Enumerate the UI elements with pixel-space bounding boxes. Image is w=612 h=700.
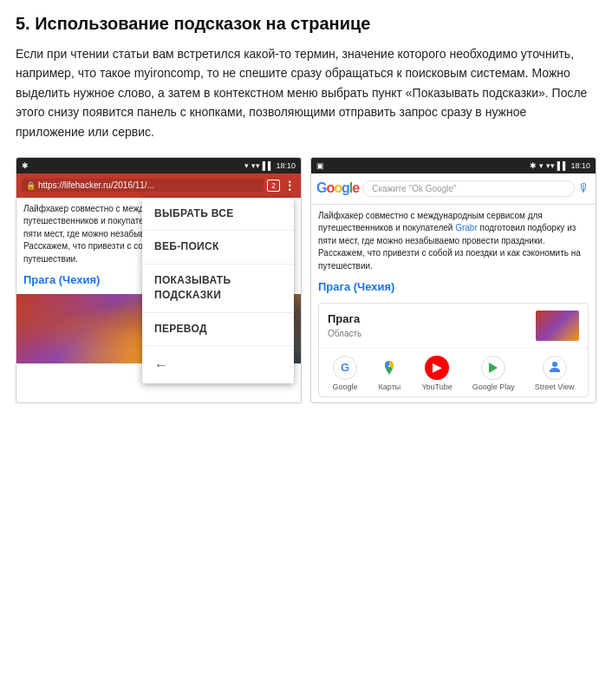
app-icon-street-view[interactable]: Street View xyxy=(535,356,575,393)
right-time-display: 18:10 xyxy=(570,161,590,170)
search-panel-subtitle: Область xyxy=(328,328,361,341)
url-bar[interactable]: 🔒 https://lifehacker.ru/2016/11/... xyxy=(22,179,264,192)
time-display: 18:10 xyxy=(276,161,296,170)
search-panel[interactable]: Прага Область G Google xyxy=(318,303,589,397)
youtube-app-label: YouTube xyxy=(421,382,452,393)
context-menu-web-search[interactable]: ВЕБ-ПОИСК xyxy=(142,231,294,264)
wifi-icon: ▾ xyxy=(244,161,249,170)
play-store-icon xyxy=(481,356,505,380)
right-phone: ▣ ✱ ▾ ▾▾ ▌▌ 18:10 Google Скажите "Ok Goo… xyxy=(310,157,596,403)
app-icon-youtube[interactable]: ▶ YouTube xyxy=(421,356,452,393)
street-view-icon xyxy=(543,356,567,380)
search-panel-title: Прага xyxy=(328,311,361,328)
right-status-icons: ▾ ▾▾ ▌▌ 18:10 xyxy=(244,161,296,170)
left-status-icons: ✱ xyxy=(22,161,29,170)
right-status-bar: ▣ ✱ ▾ ▾▾ ▌▌ 18:10 xyxy=(311,158,596,173)
maps-app-label: Карты xyxy=(379,382,401,393)
app-icon-play[interactable]: Google Play xyxy=(472,356,515,393)
context-menu-translate[interactable]: ПЕРЕВОД xyxy=(142,313,294,346)
google-search-bar[interactable]: Скажите "Ok Google" xyxy=(362,180,575,197)
browser-menu-dots[interactable]: ⋮ xyxy=(283,179,296,193)
context-menu-select-all[interactable]: ВЫБРАТЬ ВСЕ xyxy=(142,198,294,231)
right-battery-icon: ▌▌ xyxy=(557,161,569,170)
tab-badge[interactable]: 2 xyxy=(267,180,280,192)
search-panel-image xyxy=(536,311,579,341)
google-app-label: Google xyxy=(332,382,357,393)
battery-icon: ▌▌ xyxy=(263,161,274,170)
svg-point-0 xyxy=(552,362,557,367)
screenshots-container: ✱ ▾ ▾▾ ▌▌ 18:10 🔒 https://lifehacker.ru/… xyxy=(16,157,596,403)
mic-icon[interactable]: 🎙 xyxy=(578,181,590,195)
search-panel-header: Прага Область xyxy=(319,304,588,348)
context-menu[interactable]: ВЫБРАТЬ ВСЕ ВЕБ-ПОИСК ПОКАЗЫВАТЬ ПОДСКАЗ… xyxy=(142,198,294,383)
right-bluetooth-icon: ✱ xyxy=(530,161,537,170)
right-signal-icon: ▾▾ xyxy=(546,161,555,170)
google-logo: Google xyxy=(316,180,359,196)
google-app-icon: G xyxy=(333,356,357,380)
context-menu-back[interactable]: ← xyxy=(142,346,294,383)
right-photo-icon: ▣ xyxy=(316,161,324,170)
section-title: 5. Использование подсказок на странице xyxy=(16,14,596,34)
right-wifi-icon: ▾ xyxy=(539,161,544,170)
bluetooth-icon: ✱ xyxy=(22,161,29,170)
right-content: Лайфхакер совместно с международным серв… xyxy=(311,205,596,402)
right-status-icons-right: ✱ ▾ ▾▾ ▌▌ 18:10 xyxy=(530,161,590,170)
context-menu-show-hints[interactable]: ПОКАЗЫВАТЬ ПОДСКАЗКИ xyxy=(142,265,294,313)
right-content-text: Лайфхакер совместно с международным серв… xyxy=(318,210,589,273)
right-status-icons-left: ▣ xyxy=(316,161,324,170)
search-panel-text: Прага Область xyxy=(328,311,361,340)
right-grabr-link[interactable]: Grabr xyxy=(455,223,478,232)
intro-paragraph: Если при чтении статьи вам встретился ка… xyxy=(16,44,596,141)
left-browser-content: Лайфхакер совместно с международным серв… xyxy=(16,198,301,294)
maps-app-icon xyxy=(377,356,401,380)
left-phone: ✱ ▾ ▾▾ ▌▌ 18:10 🔒 https://lifehacker.ru/… xyxy=(16,157,302,403)
app-icons-bar: G Google Карты xyxy=(319,348,588,396)
street-view-label: Street View xyxy=(535,382,575,393)
right-prague-heading: Прага (Чехия) xyxy=(318,279,589,296)
left-browser-bar[interactable]: 🔒 https://lifehacker.ru/2016/11/... 2 ⋮ xyxy=(16,173,301,198)
signal-icon: ▾▾ xyxy=(251,161,260,170)
right-google-bar: Google Скажите "Ok Google" 🎙 xyxy=(311,173,596,205)
app-icon-maps[interactable]: Карты xyxy=(377,356,401,393)
left-status-bar: ✱ ▾ ▾▾ ▌▌ 18:10 xyxy=(16,158,301,173)
lock-icon: 🔒 xyxy=(26,181,36,190)
youtube-app-icon: ▶ xyxy=(425,356,449,380)
app-icon-google[interactable]: G Google xyxy=(332,356,357,393)
play-store-label: Google Play xyxy=(472,382,515,393)
url-text: https://lifehacker.ru/2016/11/... xyxy=(38,180,154,190)
